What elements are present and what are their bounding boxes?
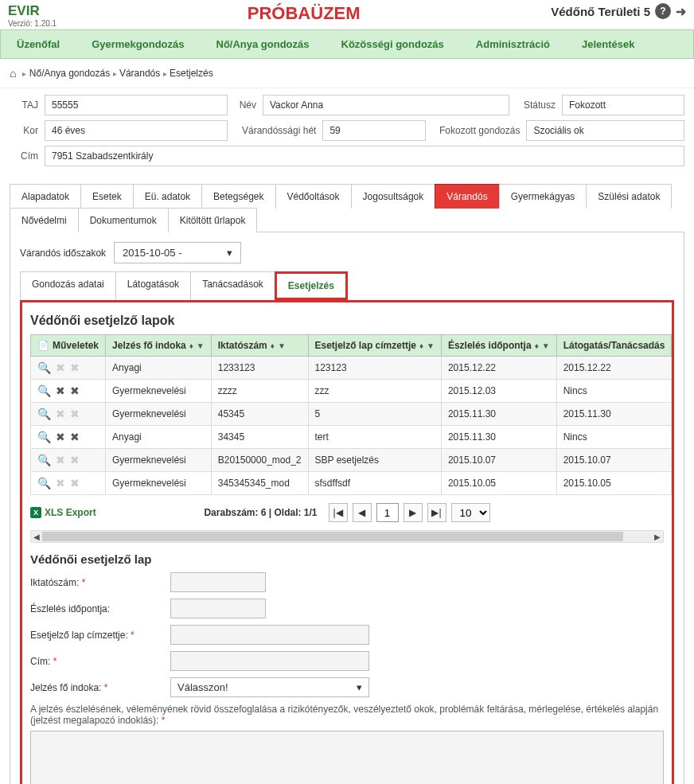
eszleles-input[interactable] xyxy=(170,599,266,618)
breadcrumb: ⌂ ▸ Nő/Anya gondozás ▸ Várandós ▸ Esetje… xyxy=(0,59,694,88)
cimzett-label: Esetjelző lap címzettje: xyxy=(30,630,128,641)
view-icon[interactable]: 🔍 xyxy=(37,431,51,443)
nav-item[interactable]: Adminisztráció xyxy=(460,30,566,58)
cell-cimzett: SBP esetjelzés xyxy=(308,449,441,472)
scroll-left-icon[interactable]: ◀ xyxy=(31,531,42,542)
sort-icon[interactable]: ♦ xyxy=(271,341,275,350)
tab[interactable]: Dokumentumok xyxy=(78,208,169,232)
tab[interactable]: Esetek xyxy=(80,184,134,209)
table-row: 🔍✖✖Anyagi34345tert2015.11.30Nincs xyxy=(31,426,672,449)
indok-select[interactable]: Válasszon! ▾ xyxy=(170,677,369,697)
kor-label: Kor xyxy=(10,125,38,136)
iktato-label: Iktatószám: xyxy=(30,577,79,588)
cell-indok: Anyagi xyxy=(106,426,212,449)
nev-label: Név xyxy=(234,99,256,111)
cell-iktato: 1233123 xyxy=(211,357,308,380)
view-icon[interactable]: 🔍 xyxy=(37,361,51,374)
pager-size-select[interactable]: 10 xyxy=(451,503,490,522)
cell-latogatas: 2015.11.30 xyxy=(556,403,672,426)
iktato-input[interactable] xyxy=(170,572,266,592)
pager-first[interactable]: |◀ xyxy=(329,503,348,522)
pager-page-input[interactable] xyxy=(376,503,399,522)
subtab[interactable]: Tanácsadások xyxy=(190,271,275,300)
help-icon[interactable]: ? xyxy=(655,3,671,19)
scroll-right-icon[interactable]: ▶ xyxy=(652,531,663,542)
tab[interactable]: Betegségek xyxy=(201,184,275,209)
form-cim-label: Cím: xyxy=(30,656,50,667)
tab[interactable]: Gyermekágyas xyxy=(499,184,587,209)
sort-icon[interactable]: ♦ xyxy=(535,341,539,350)
nav-item[interactable]: Közösségi gondozás xyxy=(326,30,460,58)
edit-icon: ✖ xyxy=(56,477,65,490)
filter-icon[interactable]: ▼ xyxy=(427,341,435,350)
tab[interactable]: Várandós xyxy=(435,184,499,209)
tab[interactable]: Eü. adatok xyxy=(133,184,202,209)
tab[interactable]: Kitöltött űrlapok xyxy=(168,208,258,232)
pager-info: Darabszám: 6 | Oldal: 1/1 xyxy=(204,507,317,518)
statusz-label: Státusz xyxy=(516,99,556,111)
period-select[interactable]: 2015-10-05 - ▾ xyxy=(114,242,241,263)
view-icon[interactable]: 🔍 xyxy=(37,454,51,466)
tab[interactable]: Szülési adatok xyxy=(586,184,672,209)
breadcrumb-item[interactable]: Várandós xyxy=(119,68,160,79)
edit-icon: ✖ xyxy=(56,454,65,466)
edit-icon[interactable]: ✖ xyxy=(56,431,65,443)
cell-eszleles: 2015.12.03 xyxy=(441,380,556,403)
horizontal-scrollbar[interactable]: ◀ ▶ xyxy=(30,530,664,543)
filter-icon[interactable]: ▼ xyxy=(542,341,550,350)
delete-icon[interactable]: ✖ xyxy=(70,431,80,443)
tab[interactable]: Jogosultságok xyxy=(351,184,436,209)
tab[interactable]: Nővédelmi xyxy=(10,208,79,232)
view-icon[interactable]: 🔍 xyxy=(37,408,51,420)
delete-icon[interactable]: ✖ xyxy=(70,384,80,397)
form-cim-input[interactable] xyxy=(170,651,369,671)
nav-item[interactable]: Nő/Anya gondozás xyxy=(201,30,326,58)
nav-item[interactable]: Gyermekgondozás xyxy=(76,30,200,58)
add-icon[interactable]: 📄 xyxy=(37,340,49,351)
th-iktato: Iktatószám xyxy=(218,340,267,351)
nav-item[interactable]: Jelentések xyxy=(566,30,651,58)
logout-icon[interactable]: ➜ xyxy=(676,4,686,19)
breadcrumb-item[interactable]: Nő/Anya gondozás xyxy=(29,68,110,79)
xls-export[interactable]: X XLS Export xyxy=(30,507,96,518)
delete-icon: ✖ xyxy=(70,454,80,466)
cell-iktato: zzzz xyxy=(211,380,308,403)
subtab[interactable]: Gondozás adatai xyxy=(20,271,116,300)
desc1-textarea[interactable] xyxy=(30,731,664,784)
cell-cimzett: 5 xyxy=(308,403,441,426)
cell-latogatas: Nincs xyxy=(556,426,672,449)
scrollbar-thumb[interactable] xyxy=(42,532,623,541)
home-icon[interactable]: ⌂ xyxy=(10,67,16,80)
view-icon[interactable]: 🔍 xyxy=(37,477,51,490)
subtabs: Gondozás adataiLátogatásokTanácsadásokEs… xyxy=(20,271,674,301)
cell-iktato: B20150000_mod_2 xyxy=(211,449,308,472)
statusz-value: Fokozott xyxy=(562,95,684,115)
th-latogatas: Látogatás/Tanácsadás xyxy=(563,340,665,351)
nav-item[interactable]: Üzenőfal xyxy=(1,30,76,58)
subtab[interactable]: Látogatások xyxy=(115,271,191,300)
pager-last[interactable]: ▶| xyxy=(427,503,446,522)
breadcrumb-item[interactable]: Esetjelzés xyxy=(170,68,213,79)
xls-label: XLS Export xyxy=(45,507,96,518)
taj-label: TAJ xyxy=(10,99,38,111)
edit-icon: ✖ xyxy=(56,408,65,420)
subtab[interactable]: Esetjelzés xyxy=(275,271,348,300)
period-label: Várandós időszakok xyxy=(20,248,106,259)
vhet-value: 59 xyxy=(322,120,426,141)
sort-icon[interactable]: ♦ xyxy=(189,341,193,350)
tab[interactable]: Alapadatok xyxy=(10,184,81,209)
pager-prev[interactable]: ◀ xyxy=(353,503,372,522)
th-cimzett: Esetjelző lap címzettje xyxy=(315,340,416,351)
cimzett-input[interactable] xyxy=(170,625,369,645)
tab[interactable]: Védőoltások xyxy=(275,184,352,209)
pager-next[interactable]: ▶ xyxy=(404,503,423,522)
tabs: AlapadatokEsetekEü. adatokBetegségekVédő… xyxy=(10,184,684,232)
filter-icon[interactable]: ▼ xyxy=(278,341,286,350)
filter-icon[interactable]: ▼ xyxy=(197,341,205,350)
cell-indok: Gyermeknevelési xyxy=(106,472,212,495)
edit-icon[interactable]: ✖ xyxy=(56,384,65,397)
sort-icon[interactable]: ♦ xyxy=(419,341,423,350)
vhet-label: Várandóssági hét xyxy=(234,125,316,136)
table-row: 🔍✖✖Gyermeknevelési345345345_modsfsdffsdf… xyxy=(31,472,672,495)
view-icon[interactable]: 🔍 xyxy=(37,384,51,397)
